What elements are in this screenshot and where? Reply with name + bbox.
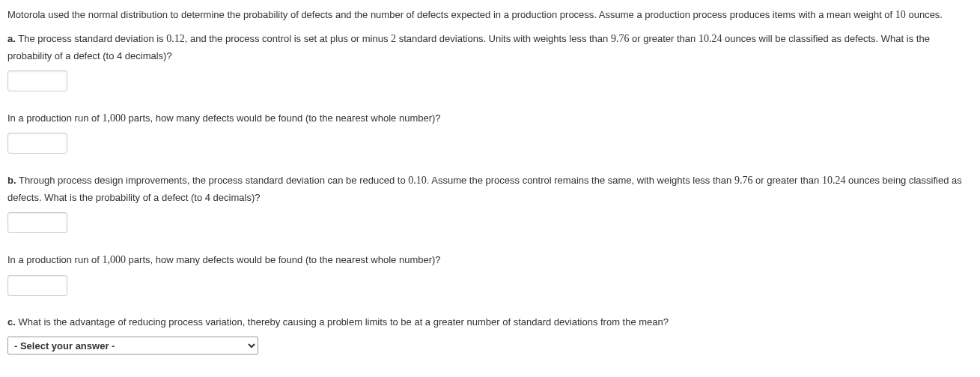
part-a-text-2: , and the process control is set at plus… — [185, 33, 391, 44]
part-b-defects-input[interactable] — [7, 275, 67, 296]
part-c-text: What is the advantage of reducing proces… — [16, 316, 669, 328]
part-b-run-n: 1,000 — [102, 254, 126, 265]
part-a-followup-2: parts, how many defects would be found (… — [126, 112, 441, 124]
part-b-text-2: . Assume the process control remains the… — [427, 175, 734, 186]
part-b-followup-2: parts, how many defects would be found (… — [126, 254, 441, 265]
part-b-probability-input[interactable] — [7, 212, 67, 233]
part-a-run-n: 1,000 — [102, 112, 126, 124]
part-b-paragraph: b. Through process design improvements, … — [7, 172, 973, 206]
part-b-text-1: Through process design improvements, the… — [16, 175, 409, 186]
part-a-followup: In a production run of 1,000 parts, how … — [7, 109, 973, 127]
part-a-probability-input[interactable] — [7, 70, 67, 91]
part-a-followup-1: In a production run of — [7, 112, 102, 124]
part-a-text-4: or greater than — [629, 33, 699, 44]
part-a-paragraph: a. The process standard deviation is 0.1… — [7, 30, 973, 64]
part-b-text-3: or greater than — [752, 175, 822, 186]
part-a-defects-input[interactable] — [7, 133, 67, 154]
part-a-text-3: standard deviations. Units with weights … — [396, 33, 611, 44]
part-c-label: c. — [7, 316, 16, 328]
part-c-select[interactable]: - Select your answer - — [7, 337, 258, 355]
part-c-paragraph: c. What is the advantage of reducing pro… — [7, 314, 973, 331]
part-a-nsd: 2 — [391, 33, 396, 44]
intro-mean-weight: 10 — [895, 9, 906, 20]
part-a-text-1: The process standard deviation is — [16, 33, 166, 44]
part-a-sd: 0.12 — [166, 33, 185, 44]
part-b-lower: 9.76 — [734, 175, 753, 186]
part-b-upper: 10.24 — [822, 175, 846, 186]
part-a-upper: 10.24 — [699, 33, 722, 44]
part-b-followup-1: In a production run of — [7, 254, 102, 265]
part-a-label: a. — [7, 33, 16, 44]
intro-paragraph: Motorola used the normal distribution to… — [7, 6, 973, 24]
part-a-lower: 9.76 — [611, 33, 630, 44]
intro-text-1: Motorola used the normal distribution to… — [7, 9, 895, 20]
part-b-sd: 0.10 — [408, 175, 427, 186]
intro-text-2: ounces. — [906, 9, 943, 20]
part-b-followup: In a production run of 1,000 parts, how … — [7, 251, 973, 269]
part-b-label: b. — [7, 175, 16, 186]
